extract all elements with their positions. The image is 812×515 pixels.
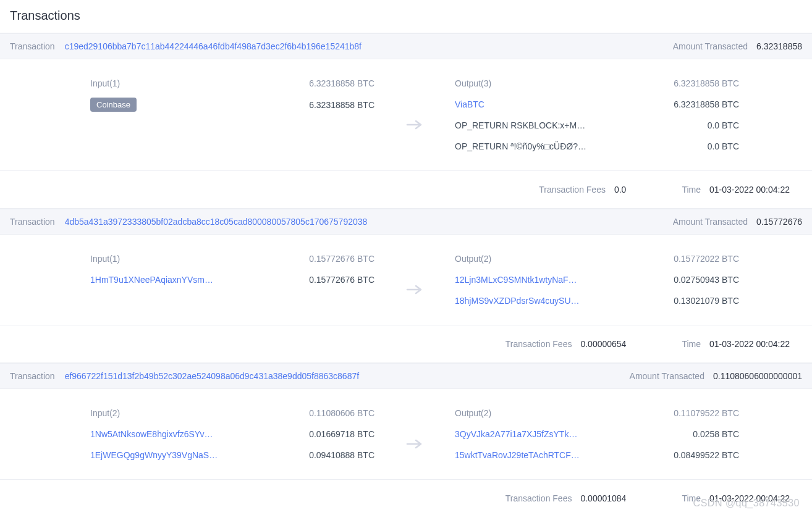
fees-label: Transaction Fees bbox=[539, 185, 606, 195]
input-value: 6.32318858 BTC bbox=[309, 100, 374, 110]
amount-transacted-label: Amount Transacted bbox=[630, 371, 704, 381]
output-value: 6.32318858 BTC bbox=[674, 99, 739, 109]
transaction-body: Input(1)6.32318858 BTCCoinbase6.32318858… bbox=[0, 59, 812, 171]
arrow-right-icon bbox=[406, 284, 423, 295]
output-count-label: Output(3) bbox=[455, 78, 491, 88]
output-row: 18hjMS9vXZDPdsrSw4cuySU…0.13021079 BTC bbox=[455, 294, 739, 308]
output-address-link[interactable]: 15wktTvaRovJ29teTAchRTCF… bbox=[455, 450, 580, 460]
input-value: 0.01669718 BTC bbox=[309, 429, 374, 439]
transaction-header: Transactionef966722f151d13f2b49b52c302ae… bbox=[0, 363, 812, 389]
output-value: 0.13021079 BTC bbox=[674, 296, 739, 306]
time-label: Time bbox=[682, 185, 701, 195]
fees-label: Transaction Fees bbox=[505, 339, 572, 349]
output-row: 15wktTvaRovJ29teTAchRTCF…0.08499522 BTC bbox=[455, 448, 739, 462]
arrow-column bbox=[374, 77, 455, 153]
time-value: 01-03-2022 00:04:22 bbox=[709, 493, 790, 503]
arrow-right-icon bbox=[406, 438, 423, 450]
amount-transacted-value: 6.32318858 bbox=[756, 41, 802, 51]
transaction-header: Transaction4db5a431a3972333805bf02adcba8… bbox=[0, 209, 812, 235]
output-row: 3QyVJka2A77i1a7XJ5fZsYTk…0.0258 BTC bbox=[455, 427, 739, 441]
output-row: OP_RETURN RSKBLOCK:x+M…0.0 BTC bbox=[455, 119, 739, 132]
time-label: Time bbox=[682, 493, 701, 503]
transaction-hash-link[interactable]: ef966722f151d13f2b49b52c302ae524098a06d9… bbox=[65, 371, 359, 381]
amount-transacted-value: 0.15772676 bbox=[756, 217, 802, 227]
output-column: Output(2)0.15772022 BTC12Ljn3MLxC9SMNtk1… bbox=[455, 252, 739, 308]
transaction-footer: Transaction Fees0.00000654Time01-03-2022… bbox=[0, 325, 812, 363]
input-column: Input(1)6.32318858 BTCCoinbase6.32318858… bbox=[90, 77, 374, 153]
output-value: 0.08499522 BTC bbox=[674, 450, 739, 460]
fees-label: Transaction Fees bbox=[505, 493, 572, 503]
time-value: 01-03-2022 00:04:22 bbox=[709, 185, 790, 195]
coinbase-tag: Coinbase bbox=[90, 98, 137, 112]
transaction-hash-link[interactable]: 4db5a431a3972333805bf02adcba8cc18c05cad8… bbox=[65, 217, 368, 227]
output-count-label: Output(2) bbox=[455, 254, 491, 264]
output-address-text: OP_RETURN ª!©ñ0y%□cÜÐØ?… bbox=[455, 141, 586, 151]
input-value: 0.09410888 BTC bbox=[309, 450, 374, 460]
output-address-link[interactable]: 12Ljn3MLxC9SMNtk1wtyNaF… bbox=[455, 275, 577, 285]
output-column: Output(3)6.32318858 BTCViaBTC6.32318858 … bbox=[455, 77, 739, 153]
amount-transacted-label: Amount Transacted bbox=[673, 217, 748, 227]
output-value: 0.0258 BTC bbox=[693, 429, 739, 439]
output-column: Output(2)0.11079522 BTC3QyVJka2A77i1a7XJ… bbox=[455, 406, 739, 462]
transaction-header: Transactionc19ed29106bba7b7c11ab44224446… bbox=[0, 33, 812, 59]
transaction-label: Transaction bbox=[10, 217, 55, 227]
output-total: 0.11079522 BTC bbox=[674, 408, 739, 418]
arrow-column bbox=[374, 252, 455, 308]
output-row: ViaBTC6.32318858 BTC bbox=[455, 98, 739, 111]
transaction-footer: Transaction Fees0.0Time01-03-2022 00:04:… bbox=[0, 171, 812, 209]
amount-transacted-value: 0.11080606000000001 bbox=[713, 371, 802, 381]
fees-value: 0.00001084 bbox=[580, 493, 626, 503]
output-address-text: OP_RETURN RSKBLOCK:x+M… bbox=[455, 120, 585, 130]
input-total: 0.15772676 BTC bbox=[309, 254, 374, 264]
input-row: 1Nw5AtNksowE8hgixvfz6SYv…0.01669718 BTC bbox=[90, 427, 374, 441]
output-value: 0.0 BTC bbox=[708, 120, 739, 130]
output-value: 0.02750943 BTC bbox=[674, 275, 739, 285]
input-row: 1HmT9u1XNeePAqiaxnYVsm…0.15772676 BTC bbox=[90, 273, 374, 287]
amount-transacted-label: Amount Transacted bbox=[673, 41, 748, 51]
output-address-link[interactable]: ViaBTC bbox=[455, 99, 484, 109]
page-title: Transactions bbox=[0, 0, 812, 33]
time-label: Time bbox=[682, 339, 701, 349]
input-row: 1EjWEGQg9gWnyyY39VgNaS…0.09410888 BTC bbox=[90, 448, 374, 462]
output-row: OP_RETURN ª!©ñ0y%□cÜÐØ?…0.0 BTC bbox=[455, 140, 739, 153]
time-value: 01-03-2022 00:04:22 bbox=[709, 339, 790, 349]
input-column: Input(1)0.15772676 BTC1HmT9u1XNeePAqiaxn… bbox=[90, 252, 374, 308]
input-count-label: Input(1) bbox=[90, 254, 120, 264]
transaction-label: Transaction bbox=[10, 371, 55, 381]
fees-value: 0.0 bbox=[614, 185, 626, 195]
output-total: 6.32318858 BTC bbox=[674, 78, 739, 88]
fees-value: 0.00000654 bbox=[580, 339, 626, 349]
transaction-label: Transaction bbox=[10, 41, 55, 51]
input-address-link[interactable]: 1EjWEGQg9gWnyyY39VgNaS… bbox=[90, 450, 218, 460]
input-total: 6.32318858 BTC bbox=[309, 78, 374, 88]
input-row: Coinbase6.32318858 BTC bbox=[90, 98, 374, 112]
output-row: 12Ljn3MLxC9SMNtk1wtyNaF…0.02750943 BTC bbox=[455, 273, 739, 287]
input-address-link[interactable]: 1Nw5AtNksowE8hgixvfz6SYv… bbox=[90, 429, 213, 439]
input-count-label: Input(1) bbox=[90, 78, 120, 88]
input-total: 0.11080606 BTC bbox=[309, 408, 374, 418]
output-address-link[interactable]: 18hjMS9vXZDPdsrSw4cuySU… bbox=[455, 296, 580, 306]
output-address-link[interactable]: 3QyVJka2A77i1a7XJ5fZsYTk… bbox=[455, 429, 577, 439]
output-total: 0.15772022 BTC bbox=[674, 254, 739, 264]
input-column: Input(2)0.11080606 BTC1Nw5AtNksowE8hgixv… bbox=[90, 406, 374, 462]
output-value: 0.0 BTC bbox=[708, 141, 739, 151]
input-address-link[interactable]: 1HmT9u1XNeePAqiaxnYVsm… bbox=[90, 275, 213, 285]
output-count-label: Output(2) bbox=[455, 408, 491, 418]
transaction-body: Input(2)0.11080606 BTC1Nw5AtNksowE8hgixv… bbox=[0, 389, 812, 480]
arrow-right-icon bbox=[406, 119, 423, 130]
input-value: 0.15772676 BTC bbox=[309, 275, 374, 285]
input-count-label: Input(2) bbox=[90, 408, 120, 418]
arrow-column bbox=[374, 406, 455, 462]
transaction-footer: Transaction Fees0.00001084Time01-03-2022… bbox=[0, 480, 812, 515]
transaction-body: Input(1)0.15772676 BTC1HmT9u1XNeePAqiaxn… bbox=[0, 235, 812, 325]
transaction-hash-link[interactable]: c19ed29106bba7b7c11ab44224446a46fdb4f498… bbox=[65, 41, 362, 51]
